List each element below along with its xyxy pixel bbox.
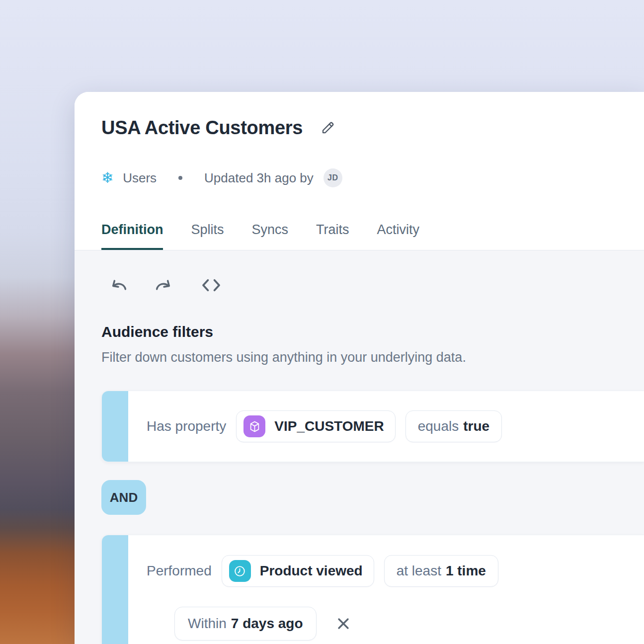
filter-row-content: Has property VIP_CUSTOMER equals true [128, 391, 644, 462]
filter-row-content: Performed Product viewed at least 1 time [128, 535, 644, 644]
x-icon [334, 615, 352, 633]
undo-button[interactable] [109, 279, 127, 292]
tab-traits[interactable]: Traits [316, 221, 349, 250]
tab-definition[interactable]: Definition [101, 221, 163, 250]
filter-row-has-property: Has property VIP_CUSTOMER equals true [101, 391, 644, 462]
filter-row-performed: Performed Product viewed at least 1 time [101, 535, 644, 644]
property-chip-label: VIP_CUSTOMER [274, 418, 384, 434]
condition-operator: equals [418, 418, 459, 434]
editor-toolbar [101, 277, 616, 293]
edit-title-button[interactable] [321, 120, 335, 135]
condition-chip[interactable]: equals true [405, 410, 502, 442]
cube-icon [243, 415, 265, 437]
tab-activity[interactable]: Activity [377, 221, 420, 250]
count-chip[interactable]: at least 1 time [384, 555, 498, 587]
condition-value: true [463, 418, 489, 434]
avatar: JD [323, 168, 342, 187]
title-row: USA Active Customers [101, 117, 616, 139]
page-title: USA Active Customers [101, 117, 303, 139]
filter-row-label: Performed [147, 563, 212, 579]
event-chip[interactable]: Product viewed [222, 555, 374, 587]
filter-row-label: Has property [147, 418, 226, 434]
audience-panel: USA Active Customers ❄ Users Updated 3h … [75, 92, 644, 644]
tab-bar: Definition Splits Syncs Traits Activity [101, 221, 616, 250]
property-chip[interactable]: VIP_CUSTOMER [236, 410, 395, 442]
tab-syncs[interactable]: Syncs [252, 221, 289, 250]
code-view-button[interactable] [201, 277, 222, 293]
source-type-label: Users [123, 168, 157, 187]
code-icon [201, 277, 222, 293]
filter-row-accent-bar [102, 535, 128, 644]
updated-text: Updated 3h ago by [204, 168, 314, 187]
remove-filter-button[interactable] [334, 615, 352, 633]
redo-icon [155, 279, 173, 292]
event-chip-label: Product viewed [260, 563, 363, 579]
filter-row-accent-bar [102, 391, 128, 462]
snowflake-icon: ❄ [101, 170, 114, 185]
and-conjunction-badge[interactable]: AND [101, 480, 146, 515]
panel-header: USA Active Customers ❄ Users Updated 3h … [75, 92, 644, 250]
section-heading: Audience filters [101, 322, 616, 342]
time-window-chip[interactable]: Within 7 days ago [174, 607, 317, 641]
clock-icon [229, 560, 251, 582]
redo-button[interactable] [155, 279, 173, 292]
pencil-icon [321, 120, 335, 135]
undo-icon [109, 279, 127, 292]
time-window-operator: Within [188, 616, 227, 632]
definition-body: Audience filters Filter down customers u… [75, 250, 644, 644]
tab-splits[interactable]: Splits [191, 221, 224, 250]
meta-separator-dot [178, 176, 182, 180]
count-operator: at least [397, 563, 441, 579]
time-window-value: 7 days ago [231, 616, 303, 632]
count-value: 1 time [446, 563, 486, 579]
event-condition-line: Performed Product viewed at least 1 time [147, 535, 644, 607]
meta-row: ❄ Users Updated 3h ago by JD [101, 168, 616, 187]
time-window-line: Within 7 days ago [174, 607, 644, 641]
section-subheading: Filter down customers using anything in … [101, 349, 616, 366]
